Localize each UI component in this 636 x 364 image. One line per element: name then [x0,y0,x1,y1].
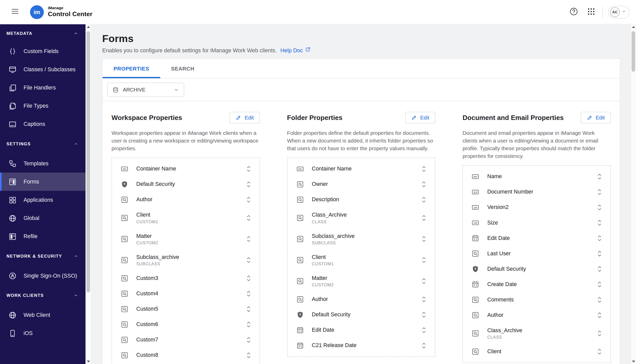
property-row[interactable]: MatterCUSTOM2 [112,228,259,249]
sidebar-item-web-client[interactable]: Web Client [0,306,85,324]
property-row[interactable]: Class_ArchiveCLASS [287,207,435,228]
page-scrollbar[interactable] [630,24,636,364]
reorder-handle[interactable] [596,281,603,288]
edit-button[interactable]: Edit [581,112,611,124]
reorder-handle[interactable] [245,336,252,343]
reorder-handle[interactable] [420,311,428,318]
reorder-handle[interactable] [596,204,603,211]
property-row[interactable]: Custom4 [112,286,259,301]
reorder-handle[interactable] [245,306,252,313]
property-row[interactable]: ABCName [463,169,611,184]
sidebar-section-header-network-security[interactable]: NETWORK & SECURITY [0,246,85,267]
reorder-handle[interactable] [596,311,603,319]
reorder-handle[interactable] [245,214,252,221]
tab-search[interactable]: SEARCH [160,59,205,78]
property-row[interactable]: Custom8 [112,348,259,363]
reorder-handle[interactable] [420,296,428,303]
reorder-handle[interactable] [420,181,428,188]
reorder-handle[interactable] [596,235,603,242]
sidebar-section-header-metadata[interactable]: METADATA [0,24,85,42]
property-row[interactable]: Description [287,192,435,207]
sidebar-item-custom-fields[interactable]: Custom Fields [0,42,85,60]
property-row[interactable]: ABCContainer Name [287,161,435,177]
reorder-handle[interactable] [420,256,428,264]
sidebar-item-ios[interactable]: iOS [0,324,85,342]
sidebar-section-header-work-clients[interactable]: WORK CLIENTS [0,285,85,306]
reorder-handle[interactable] [245,235,252,242]
property-row[interactable]: Client [463,344,611,359]
property-row[interactable]: 123Version2 [463,200,611,215]
property-row[interactable]: Subclass_archiveSUBCLASS [112,250,259,271]
database-select-dropdown[interactable]: ARCHIVE [107,83,184,97]
property-row[interactable]: Create Date [463,277,611,292]
sidebar-item-classes-subclasses[interactable]: Classes / Subclasses [0,60,85,78]
reorder-handle[interactable] [596,296,603,303]
property-row[interactable]: Class_ArchiveCLASS [463,323,611,344]
property-row[interactable]: Default Security [112,177,259,192]
property-row[interactable]: Default Security [287,307,435,322]
property-row[interactable]: Edit Date [287,322,435,338]
sidebar-item-global[interactable]: Global [0,209,85,227]
reorder-handle[interactable] [596,250,603,257]
property-row[interactable]: Last User [463,246,611,261]
property-row[interactable]: Custom7 [112,332,259,348]
reorder-handle[interactable] [245,196,252,203]
help-doc-link[interactable]: Help Doc [280,47,311,54]
scroll-up-icon[interactable] [632,26,635,28]
sidebar-item-file-types[interactable]: File Types [0,97,85,115]
reorder-handle[interactable] [245,275,252,282]
reorder-handle[interactable] [420,165,428,173]
property-row[interactable]: ClientCUSTOM1 [112,207,259,228]
property-row[interactable]: 123Size [463,215,611,230]
property-row[interactable]: Custom5 [112,301,259,317]
reorder-handle[interactable] [245,165,252,173]
reorder-handle[interactable] [596,265,603,272]
sidebar-item-forms[interactable]: Forms [0,173,85,191]
property-row[interactable]: Comments [463,292,611,307]
property-row[interactable]: Author [112,192,259,207]
reorder-handle[interactable] [420,327,428,334]
reorder-handle[interactable] [245,256,252,264]
property-row[interactable]: 123Document Number [463,184,611,200]
property-row[interactable]: C21 Release Date [287,338,435,353]
hamburger-menu-button[interactable] [9,6,21,18]
reorder-handle[interactable] [420,342,428,349]
tab-properties[interactable]: PROPERTIES [103,59,160,78]
reorder-handle[interactable] [596,173,603,180]
property-row[interactable]: Author [463,307,611,323]
sidebar-item-single-sign-on-sso[interactable]: Single Sign-On (SSO) [0,267,85,285]
reorder-handle[interactable] [245,352,252,359]
page-scrollbar-thumb[interactable] [632,31,635,72]
reorder-handle[interactable] [596,219,603,226]
property-row[interactable]: Subclass_archiveSUBCLASS [287,228,435,249]
reorder-handle[interactable] [420,214,428,221]
reorder-handle[interactable] [596,348,603,355]
edit-button[interactable]: Edit [230,112,260,124]
reorder-handle[interactable] [420,196,428,203]
sidebar-item-templates[interactable]: Templates [0,154,85,173]
sidebar-item-applications[interactable]: Applications [0,191,85,209]
property-row[interactable]: Author [287,292,435,307]
reorder-handle[interactable] [596,188,603,196]
sidebar-item-file-handlers[interactable]: File Handlers [0,79,85,97]
reorder-handle[interactable] [420,235,428,242]
property-row[interactable]: MatterCUSTOM2 [287,271,435,292]
sidebar-scrollbar[interactable] [85,24,91,364]
property-row[interactable]: Custom6 [112,317,259,332]
property-row[interactable]: ABCContainer Name [112,161,259,177]
sidebar-section-header-settings[interactable]: SETTINGS [0,133,85,154]
reorder-handle[interactable] [596,330,603,337]
property-row[interactable]: Default Security [463,261,611,277]
sidebar-scrollbar-thumb[interactable] [86,31,90,292]
reorder-handle[interactable] [245,321,252,328]
help-button[interactable] [567,6,580,18]
sidebar-item-captions[interactable]: Captions [0,115,85,133]
reorder-handle[interactable] [245,290,252,297]
scroll-down-icon[interactable] [86,361,90,363]
account-menu-button[interactable]: AC [608,5,630,18]
property-row[interactable]: Edit Date [463,230,611,246]
reorder-handle[interactable] [420,278,428,285]
edit-button[interactable]: Edit [405,112,436,124]
apps-grid-button[interactable] [585,6,597,18]
scroll-up-icon[interactable] [86,26,90,28]
